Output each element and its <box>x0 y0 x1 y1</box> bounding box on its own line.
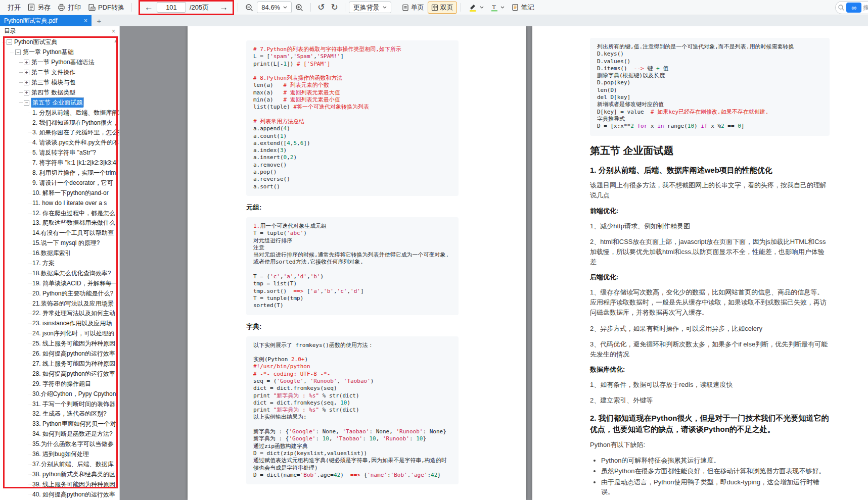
toc-close-icon[interactable]: × <box>112 28 115 35</box>
double-page-mode-button[interactable]: 双页 <box>428 2 457 14</box>
toc-item-label: 14.有没有一个工具可以帮助查 <box>32 229 114 237</box>
toc-item[interactable]: 26. 如何提高python的运行效率 <box>0 349 119 359</box>
new-tab-button[interactable]: + <box>92 15 107 26</box>
toc-item[interactable]: 36. 遇到bug如何处理 <box>0 449 119 460</box>
toc-item[interactable]: 33. Python里面如何拷贝一个对 <box>0 419 119 429</box>
redo-button[interactable]: ↻ <box>328 2 341 13</box>
code-line: a.index(3) <box>253 147 451 154</box>
toc-item[interactable]: 9. 请设计一个decorator，它可 <box>0 178 119 188</box>
toc-item[interactable]: 30.介绍Cython，Pypy Cpython <box>0 389 119 399</box>
toc-item[interactable]: 4. 请谈谈.pyc文件和.py文件的不同之处 <box>0 138 119 148</box>
bullet-list: Python的可解释特征会拖累其运行速度。虽然Python在很多方面都性能良好，… <box>601 456 830 497</box>
open-button[interactable]: 打开 <box>4 2 24 14</box>
toc-item[interactable]: −第一章 Python基础 <box>0 47 119 58</box>
tree-connector <box>28 123 31 123</box>
expand-icon[interactable]: + <box>24 60 29 65</box>
toc-item[interactable]: 10. 解释一下python的and-or <box>0 188 119 198</box>
zoom-out-button[interactable] <box>242 2 257 13</box>
toc-item[interactable]: 7. 将字符串 "k:1 |k1:2|k2:3|k3:4" <box>0 158 119 168</box>
document-tab[interactable]: Python面试宝典.pdf × <box>0 15 92 26</box>
toc-item[interactable]: 21.装饰器的写法以及应用场景 <box>0 298 119 309</box>
toc-item[interactable]: 1. 分别从前端、后端、数据库阐述web项目的性能优化 <box>0 108 119 118</box>
toc-item-label: 40. 如何提高python的运行效率 <box>32 490 115 499</box>
toc-item[interactable]: 12. 你在爬虫过程中，都是怎么 <box>0 208 119 218</box>
toc-item[interactable]: 22. 异常处理写法以及如何主动 <box>0 309 119 319</box>
zoom-in-button[interactable] <box>292 2 307 13</box>
toc-item[interactable]: 8. 利用切片操作，实现一个trim <box>0 168 119 178</box>
zoom-level-dropdown[interactable]: 84.6% <box>257 2 292 13</box>
toc-item[interactable]: 32. 生成器，迭代器的区别? <box>0 409 119 419</box>
pdf-convert-button[interactable]: W PDF转换 <box>84 2 128 14</box>
toc-item[interactable]: 24. json序列化时，可以处理的 <box>0 329 119 339</box>
collapse-icon[interactable]: − <box>15 49 21 55</box>
toc-scroll-up-arrow[interactable]: ▲ <box>113 37 119 44</box>
toc-item[interactable]: 20. Python的主要功能是什么? <box>0 288 119 298</box>
toc-item[interactable]: +第三节 模块与包 <box>0 78 119 88</box>
tab-close-icon[interactable]: × <box>84 17 87 24</box>
toc-item[interactable]: 39. 线上服务可能因为种种原因 <box>0 479 119 489</box>
toc-item[interactable]: 38. python新式类和经典类的区 <box>0 469 119 479</box>
toc-item[interactable]: 11. how do I iterate over a s <box>0 198 119 208</box>
toc-item[interactable]: 19. 简单谈谈ACID，并解释每一 <box>0 278 119 288</box>
change-background-dropdown[interactable]: 更换背景 <box>349 2 391 13</box>
tree-connector <box>28 283 31 284</box>
toc-item[interactable]: 17. 方案 <box>0 259 119 269</box>
undo-button[interactable]: ↺ <box>314 2 328 13</box>
toc-item[interactable]: 40. 如何提高python的运行效率 <box>0 489 119 499</box>
toc-item[interactable]: 14.有没有一个工具可以帮助查 <box>0 228 119 238</box>
toc-item[interactable]: 18.数据库怎么优化查询效率? <box>0 268 119 278</box>
collapse-icon[interactable]: − <box>7 39 12 45</box>
previous-page-button[interactable]: ← <box>145 3 153 12</box>
tree-connector <box>28 404 31 405</box>
page-left-content: # 7.Python的列表的截取与字符串操作类型相同,如下所示L = ['spa… <box>246 40 459 484</box>
toc-item[interactable]: 2. 我们都知道现在Python很火， <box>0 118 119 128</box>
toc-item[interactable]: +第四节 数据类型 <box>0 87 119 97</box>
toc-item[interactable]: 16.数据库索引 <box>0 248 119 259</box>
toc-item[interactable]: +第一节 Python基础语法 <box>0 58 119 68</box>
pdf-viewer[interactable]: # 7.Python的列表的截取与字符串操作类型相同,如下所示L = ['spa… <box>120 26 868 500</box>
toc-item[interactable]: 37.分别从前端、后端、数据库 <box>0 459 119 469</box>
toc-item[interactable]: 3. 如果你困在了死循环里，怎么打破它? <box>0 128 119 138</box>
toc-item[interactable]: 35.为什么函数名字可以当做参 <box>0 439 119 449</box>
toc-item[interactable]: 5. 请反转字符串 "aStr"? <box>0 148 119 158</box>
toc-item[interactable]: 13. 爬取这些数据都用来做什么 <box>0 218 119 228</box>
toc-item-label: 3. 如果你困在了死循环里，怎么打破它? <box>32 128 119 137</box>
toc-item[interactable]: 28. 如何提高python的运行效率 <box>0 369 119 379</box>
print-button[interactable]: 打印 <box>54 2 84 14</box>
highlighter-tool-button[interactable] <box>465 2 487 13</box>
toc-item[interactable]: −Python面试宝典 <box>0 37 119 47</box>
toolbar-separator <box>461 3 461 12</box>
tree-connector <box>28 434 31 434</box>
code-line: 通过赋值表达式元组构造字典(键必须是字符串,因为如果不是字符串,构造的时候也会当… <box>253 457 451 472</box>
page-number-input[interactable] <box>157 2 186 13</box>
notes-button[interactable]: 笔记 <box>508 2 538 14</box>
infinity-badge-icon[interactable]: ∞ <box>846 3 861 13</box>
toc-item[interactable]: 27. 线上服务可能因为种种原因 <box>0 359 119 369</box>
toc-item[interactable]: 31. 手写一个判断时间的装饰器 <box>0 399 119 409</box>
collapse-icon[interactable]: − <box>24 100 29 106</box>
code-line: a.insert(0,2) <box>253 154 451 161</box>
toc-item-label: 21.装饰器的写法以及应用场景 <box>32 299 114 308</box>
toc-item[interactable]: 23. isinstance作用以及应用场 <box>0 319 119 329</box>
text-tool-button[interactable]: T <box>487 2 508 13</box>
single-page-icon <box>402 4 409 11</box>
save-as-button[interactable]: 另存 <box>24 2 54 14</box>
expand-icon[interactable]: + <box>24 90 29 95</box>
search-box[interactable]: ∞ 搜 <box>835 1 868 14</box>
single-page-mode-button[interactable]: 单页 <box>398 2 428 14</box>
toc-item[interactable]: +第二节 文件操作 <box>0 68 119 78</box>
toc-item[interactable]: 29. 字符串的操作题目 <box>0 379 119 389</box>
tree-connector <box>28 364 31 364</box>
code-block: 1.用一个可迭代对象生成元组T = tuple('abc')对元组进行排序注意当… <box>246 217 459 315</box>
code-line: 删除字典(根据键)以及长度 <box>597 72 823 79</box>
expand-icon[interactable]: + <box>24 80 29 85</box>
tree-connector <box>28 374 31 374</box>
expand-icon[interactable]: + <box>24 70 29 75</box>
code-line: len(D) <box>597 87 823 94</box>
toc-item[interactable]: −第五节 企业面试题 <box>0 97 119 108</box>
next-page-button[interactable]: → <box>219 3 228 12</box>
toc-item[interactable]: 25. 线上服务可能因为种种原因 <box>0 339 119 349</box>
toc-item[interactable]: 15.说一下 mysql 的原理? <box>0 238 119 248</box>
toc-item[interactable]: 34. 如何判断是函数还是方法? <box>0 429 119 439</box>
tree-connector <box>28 394 31 394</box>
